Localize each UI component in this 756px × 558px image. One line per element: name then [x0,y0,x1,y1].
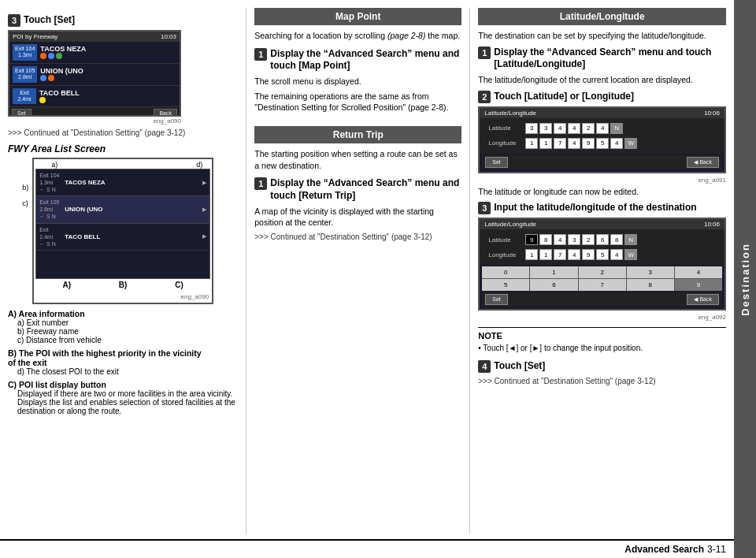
screen-header: POI by Freeway 10:03 [9,32,180,42]
kp-0[interactable]: 0 [482,266,529,278]
fwy-screen-sim: Exit 1041.3mi← S N TACOS NEZA ▶ Exit 105… [35,169,210,279]
poi-icons-2 [40,75,176,81]
fwy-heading: FWY Area List Screen [8,143,238,154]
map-point-desc: Searching for a location by scrolling (p… [254,30,461,42]
annotation-A-item3: c) Distance from vehicle [8,336,238,344]
mp-step1-desc2: The remaining operations are the same as… [254,91,461,113]
ll-step2-num: 2 [478,91,491,103]
lat-cell-active: 9 [525,234,538,245]
rt-step1-heading: 1 Display the “Advanced Search” menu and… [254,177,461,202]
back-btn-2[interactable]: ◀ Back [687,294,719,305]
lat-cell: 4 [568,123,580,134]
main-content: 3 Touch [Set] POI by Freeway 10:03 Exit … [0,0,734,558]
annotation-A-item2: b) Freeway name [8,327,238,336]
step3-title: Touch [Set] [24,14,75,27]
annotation-B: B) The POI with the highest priority in … [8,348,238,376]
side-tab: Destination [734,0,756,558]
kp-6[interactable]: 6 [530,279,577,291]
poi-icons-3 [39,97,176,103]
back-btn-1[interactable]: ◀ Back [687,157,719,168]
lon-cell: 7 [554,249,566,260]
latlon-rows-2: Latitude 9 8 4 3 2 6 8 N Longitude 1 1 [480,229,724,265]
kp-3[interactable]: 3 [627,266,674,278]
label-B: B) [119,281,128,289]
latlon-rows-1: Latitude 3 3 4 4 2 4 N Longitude 1 1 7 [480,118,724,154]
lon-cell: 5 [596,138,609,149]
ll-step4-title: Touch [Set] [494,360,545,373]
ll-step1-num: 1 [478,46,491,59]
lon-dir: W [624,138,637,149]
action-row-2: Set ◀ Back [482,292,722,307]
label-c-overlay: c) [22,199,28,207]
lon-cell: 7 [554,138,566,149]
screen-title: POI by Freeway [13,33,57,40]
return-trip-heading: Return Trip [254,126,461,143]
lon-cell: 1 [525,249,538,260]
screen-time: 10:03 [161,33,176,40]
lat-cell: 2 [582,234,595,245]
kp-4[interactable]: 4 [675,266,722,278]
note-box: NOTE • Touch [◄] or [►] to change the in… [478,327,726,354]
page-ref-italic: (page 2-8) [387,31,425,40]
latlon-screen1-header: Latitude/Longitude 10:06 [480,108,724,118]
screen-cap-latlon1: eng_a091 [478,177,726,184]
screen-buttons: Set Back [9,107,180,117]
step3-heading: 3 Touch [Set] [8,14,238,27]
set-btn-2[interactable]: Set [485,294,508,305]
back-button[interactable]: Back [154,109,177,117]
lon-cell: 4 [610,138,623,149]
set-btn-1[interactable]: Set [485,157,508,168]
latlon-screen1-title: Latitude/Longitude [484,110,536,117]
poi-icons-1 [40,53,176,59]
lon-cell: 4 [568,249,580,260]
annotation-C-label: C) POI list display button [8,380,238,389]
latlon-screen1-time: 10:06 [704,110,720,117]
kp-8[interactable]: 8 [627,279,674,291]
latlon-screen2-time: 10:06 [704,221,720,228]
kp-5[interactable]: 5 [482,279,529,291]
lat-cell: 3 [568,234,580,245]
fwy-diagram: a) d) Exit 1041.3mi← S N TACOS NEZA ▶ [32,158,213,304]
exit-box-2: Exit 1052.8mi [13,66,37,83]
side-tab-label: Destination [739,243,751,316]
latlon-heading: Latitude/Longitude [478,8,726,25]
return-trip-desc: The starting position when setting a rou… [254,148,461,171]
label-b-overlay: b) [22,184,28,192]
latlon-intro: The destination can be set by specifying… [478,30,726,42]
fwy-item-3: Exit2.4mi TACO BELL [9,86,180,108]
lat-cell: 6 [596,234,609,245]
annotation-A-item1: a) Exit number [8,318,238,327]
ll-step2-heading: 2 Touch [Latitude] or [Longitude] [478,91,726,103]
note-title: NOTE [478,331,726,340]
lon-row-1: Longitude 1 1 7 4 9 5 4 W [485,136,719,151]
fwy-name-1: TACOS NEZA [40,45,176,53]
lat-label-2: Latitude [488,236,524,244]
screen-cap-latlon2: eng_a092 [478,314,726,321]
right-column: Latitude/Longitude The destination can b… [470,8,726,534]
kp-2[interactable]: 2 [579,266,626,278]
mp-step1-title: Display the “Advanced Search” menu and t… [270,48,461,73]
lat-cell: 8 [539,234,552,245]
annotation-A-label: A) Area information [8,309,238,318]
continued-2: >>> Continued at "Destination Setting" (… [254,232,461,243]
set-button[interactable]: Set [12,109,32,117]
lon-cell: 1 [539,249,552,260]
fwy-item-2: Exit 1052.8mi UNION (UNO [9,64,180,86]
lat-cell: 4 [554,123,566,134]
ll-step2-desc: The latitude or longitude can now be edi… [478,186,726,198]
lon-label-1: Longitude [488,140,524,147]
kp-9[interactable]: 9 [675,279,722,291]
kp-1[interactable]: 1 [530,266,577,278]
poi-icon [40,75,46,81]
lat-cell: 2 [582,123,595,134]
page-container: 3 Touch [Set] POI by Freeway 10:03 Exit … [0,0,756,558]
label-C: C) [175,281,183,289]
kp-7[interactable]: 7 [579,279,626,291]
fwy-diagram-item-1: Exit 1041.3mi← S N TACOS NEZA ▶ [36,169,209,196]
lon-cell: 5 [596,249,609,260]
map-point-heading: Map Point [254,8,461,25]
lon-cell: 1 [539,138,552,149]
ll-step4-num: 4 [478,360,491,373]
lat-cell: 3 [525,123,538,134]
rt-step1-title: Display the “Advanced Search” menu and t… [270,177,461,202]
